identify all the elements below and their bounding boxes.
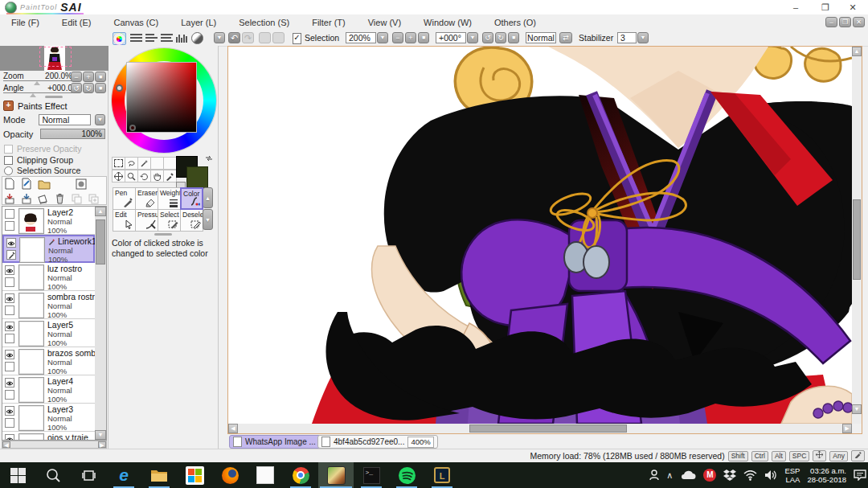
tool-pressure[interactable]: Pressure xyxy=(135,209,158,232)
selection-checkbox[interactable]: ✓ xyxy=(293,33,301,44)
saturation-value-square[interactable] xyxy=(127,63,196,132)
language-indicator[interactable]: ESPLAA xyxy=(784,466,800,484)
mode-dropdown-button[interactable]: ▼ xyxy=(95,114,105,125)
tool-scroll-up[interactable]: ▲ xyxy=(203,187,213,208)
layer-row-ojos-y-traje[interactable]: ojos y traje xyxy=(2,432,95,441)
copy-button[interactable] xyxy=(272,32,285,43)
layer-row-layer2[interactable]: Layer2 Normal 100% xyxy=(2,207,95,235)
wifi-icon[interactable] xyxy=(743,470,757,481)
merge-down-icon[interactable] xyxy=(21,193,32,204)
tool-select-stroke[interactable]: Select xyxy=(158,209,181,232)
taskbar-firefox[interactable] xyxy=(212,462,248,488)
nav-zoom-reset-button[interactable]: ■ xyxy=(95,72,106,82)
sv-selector-dot[interactable] xyxy=(129,125,136,131)
panel-toggle-list-icon[interactable] xyxy=(161,32,173,43)
scroll-thumb[interactable] xyxy=(469,424,627,433)
tray-clock[interactable]: 03:26 a.m.28-05-2018 xyxy=(807,466,846,484)
taskbar-file-explorer[interactable] xyxy=(141,462,177,488)
grayscale-view-icon[interactable] xyxy=(191,32,203,44)
zoom-in-button[interactable]: + xyxy=(405,32,416,43)
menu-canvas[interactable]: Canvas (C) xyxy=(103,15,170,31)
task-view-button[interactable] xyxy=(71,462,106,488)
layers-scrollbar-horizontal[interactable]: ◀ ▶ xyxy=(2,441,107,449)
rotate-view-tool[interactable] xyxy=(137,170,151,182)
zoom-value-box[interactable]: 200% xyxy=(346,32,376,43)
hand-tool[interactable] xyxy=(150,170,164,182)
window-close-button[interactable]: ✕ xyxy=(841,0,865,14)
delete-layer-icon[interactable] xyxy=(55,193,65,204)
swap-colors-icon[interactable] xyxy=(205,154,213,162)
layer-extra-checkbox[interactable] xyxy=(5,306,14,315)
new-folder-icon[interactable] xyxy=(38,178,51,190)
tab-4bf4ab5cd927ee0[interactable]: 4bf4ab5cd927ee0... 400% xyxy=(317,435,438,449)
dropbox-icon[interactable] xyxy=(723,470,736,481)
layer-paint-checkbox[interactable] xyxy=(6,250,16,260)
nav-rotate-cw-button[interactable]: ↻ xyxy=(83,83,94,93)
layer-visibility-checkbox[interactable] xyxy=(5,378,14,388)
taskbar-command-prompt[interactable]: >_ xyxy=(354,462,389,488)
panel-drag-handle[interactable] xyxy=(45,96,63,98)
canvas-scrollbar-vertical[interactable]: ▲ ▼ xyxy=(852,47,862,424)
onedrive-icon[interactable] xyxy=(680,470,696,480)
angle-value-box[interactable]: +000° xyxy=(436,32,466,43)
scroll-thumb[interactable] xyxy=(96,219,105,265)
empty-tool-slot[interactable] xyxy=(163,157,177,170)
zoom-out-button[interactable]: − xyxy=(392,32,403,43)
scratchpad-icon[interactable] xyxy=(176,32,188,43)
canvas-scrollbar-horizontal[interactable]: ◀ ▶ xyxy=(228,424,852,433)
layer-row-layer5[interactable]: Layer5 Normal 100% xyxy=(2,319,95,347)
zoom-reset-button[interactable]: ■ xyxy=(418,32,429,43)
menu-file[interactable]: File (F) xyxy=(0,15,51,31)
tool-color-selected[interactable]: Color xyxy=(180,187,203,210)
panel-toggle-bars-icon[interactable] xyxy=(130,32,142,43)
nav-angle-reset-button[interactable]: ■ xyxy=(95,83,106,93)
scroll-down-arrow[interactable]: ▼ xyxy=(95,430,106,440)
layer-visibility-checkbox[interactable] xyxy=(5,293,14,303)
layer-extra-checkbox[interactable] xyxy=(5,221,14,231)
taskbar-painttool-sai-active[interactable] xyxy=(318,462,354,488)
layer-visibility-checkbox[interactable] xyxy=(5,434,14,441)
navigator-view-rect[interactable] xyxy=(39,47,72,67)
volume-icon[interactable] xyxy=(764,470,777,481)
rotate-ccw-button[interactable]: ↺ xyxy=(482,32,493,43)
taskbar-edge[interactable]: e xyxy=(106,462,141,488)
tool-eraser[interactable]: Eraser xyxy=(135,187,158,210)
rotate-cw-button[interactable]: ↻ xyxy=(495,32,506,43)
start-button[interactable] xyxy=(0,462,35,488)
color-picker-tool[interactable] xyxy=(163,170,177,182)
layer-row-layer4[interactable]: Layer4 Normal 100% xyxy=(2,375,95,404)
clipping-group-checkbox[interactable] xyxy=(4,156,13,165)
angle-reset-button[interactable]: ■ xyxy=(508,32,519,43)
menu-selection[interactable]: Selection (S) xyxy=(227,15,301,31)
taskbar-spotify[interactable] xyxy=(389,462,424,488)
layer-extra-checkbox[interactable] xyxy=(5,418,14,428)
tool-weight[interactable]: Weight xyxy=(158,187,181,210)
redo-button[interactable]: ↷ xyxy=(242,32,254,43)
layer-row-layer3[interactable]: Layer3 Normal 100% xyxy=(2,404,95,432)
notification-center-icon[interactable] xyxy=(854,470,866,481)
nav-zoom-in-button[interactable]: + xyxy=(83,72,94,82)
scroll-up-arrow[interactable]: ▲ xyxy=(95,207,106,216)
mdi-restore-button[interactable]: ❐ xyxy=(839,17,851,27)
empty-tool-slot[interactable] xyxy=(150,157,164,170)
hue-selector-dot[interactable] xyxy=(116,84,123,92)
layer-visibility-checkbox[interactable] xyxy=(6,238,16,248)
layer-extra-checkbox[interactable] xyxy=(5,277,14,287)
scroll-up-arrow[interactable]: ▲ xyxy=(852,47,862,56)
menu-view[interactable]: View (V) xyxy=(357,15,412,31)
layer-visibility-checkbox[interactable] xyxy=(5,350,14,359)
layer-row-brazos-sombra[interactable]: brazos sombra Normal 100% xyxy=(2,347,95,375)
menu-edit[interactable]: Edit (E) xyxy=(51,15,103,31)
layer-visibility-checkbox[interactable] xyxy=(5,406,14,416)
layer-visibility-checkbox[interactable] xyxy=(5,322,14,331)
menu-others[interactable]: Others (O) xyxy=(483,15,547,31)
taskbar-search-button[interactable] xyxy=(35,462,71,488)
mdi-close-button[interactable]: ✕ xyxy=(853,17,865,27)
tool-scroll-down[interactable]: ▼ xyxy=(203,209,213,230)
toolbar-dropdown-button[interactable]: ▼ xyxy=(214,32,225,43)
window-minimize-button[interactable]: – xyxy=(784,0,808,14)
scroll-thumb[interactable] xyxy=(853,199,861,280)
navigator-zoom-slider[interactable]: Zoom 200.0% xyxy=(3,72,72,84)
mdi-minimize-button[interactable]: – xyxy=(825,17,837,27)
zoom-tool[interactable] xyxy=(125,170,138,182)
